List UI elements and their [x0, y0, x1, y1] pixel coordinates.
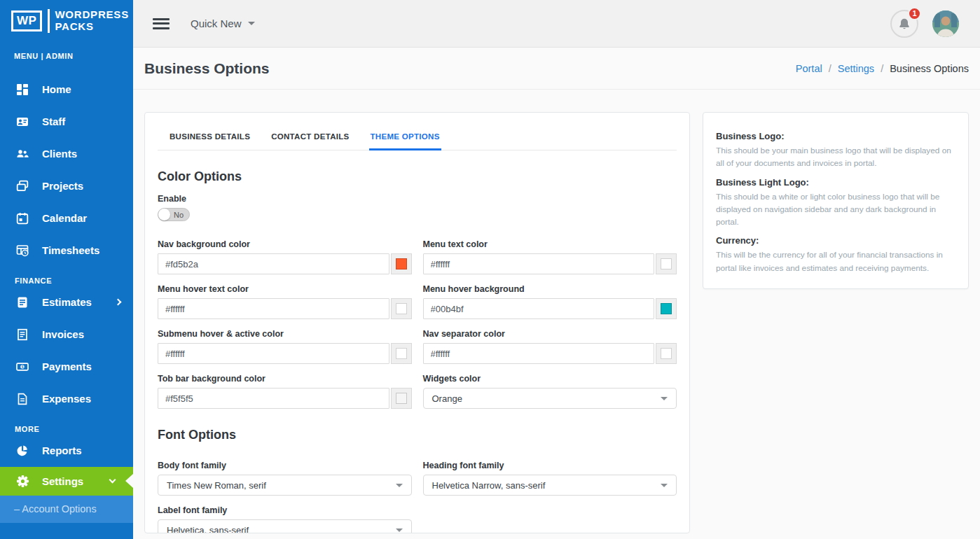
enable-toggle[interactable]: No [158, 208, 190, 221]
caret-down-icon [661, 484, 668, 487]
widgets-color-select[interactable]: Orange [423, 388, 677, 409]
field-body-font-family: Body font family Times New Roman, serif [158, 451, 412, 496]
tab-contact-details[interactable]: CONTACT DETAILS [270, 128, 350, 150]
sidebar-item-expenses[interactable]: Expenses [0, 383, 133, 415]
sidebar-item-timesheets[interactable]: Timesheets [0, 234, 133, 267]
nav-separator-color-input[interactable] [423, 343, 655, 364]
more-section-header: MORE [0, 415, 133, 435]
color-swatch [396, 393, 407, 404]
calendar-icon [15, 212, 29, 225]
sidebar-item-reports[interactable]: Reports [0, 435, 133, 467]
field-label: Menu hover background [423, 284, 677, 294]
hamburger-menu-icon[interactable] [153, 15, 170, 31]
sidebar-item-clients[interactable]: Clients [0, 138, 133, 170]
menu-text-color-input[interactable] [423, 253, 655, 274]
field-nav-separator-color: Nav separator color [423, 319, 677, 364]
help-text: This should be your main business logo t… [716, 144, 955, 170]
business-options-card: BUSINESS DETAILS CONTACT DETAILS THEME O… [144, 112, 690, 533]
reports-icon [15, 444, 29, 457]
enable-label: Enable [158, 194, 677, 204]
breadcrumb-separator: / [881, 63, 883, 74]
sidebar-item-settings[interactable]: Settings [0, 467, 133, 496]
color-picker-addon[interactable] [391, 388, 412, 409]
selected-value: Helvetica Narrow, sans-serif [432, 480, 546, 491]
color-picker-addon[interactable] [656, 298, 677, 319]
sidebar: WP WORDPRESS PACKS MENU | ADMIN Home Sta… [0, 0, 133, 539]
folders-icon [15, 180, 29, 192]
help-section-business-light-logo: Business Light Logo: This should be a wh… [716, 177, 955, 229]
sidebar-item-label: Projects [42, 180, 83, 192]
field-label: Submenu hover & active color [158, 329, 412, 339]
brand-logo: WP WORDPRESS PACKS [0, 0, 133, 40]
app: WP WORDPRESS PACKS MENU | ADMIN Home Sta… [0, 0, 980, 539]
sidebar-item-calendar[interactable]: Calendar [0, 202, 133, 234]
main-area: Quick New 1 Business Options Portal / Se… [133, 0, 980, 539]
breadcrumb-current: Business Options [890, 63, 969, 74]
field-label: Nav background color [158, 239, 412, 249]
quick-new-label: Quick New [191, 18, 242, 29]
sidebar-item-invoices[interactable]: Invoices [0, 318, 133, 351]
page-header: Business Options Portal / Settings / Bus… [133, 48, 980, 90]
help-title: Business Light Logo: [716, 177, 955, 188]
top-bar-background-color-input[interactable] [158, 388, 389, 409]
invoice-doc-icon [15, 328, 29, 341]
nav-background-color-input[interactable] [158, 253, 389, 274]
font-fields-grid: Body font family Times New Roman, serif … [158, 451, 677, 533]
heading-font-family-select[interactable]: Helvetica Narrow, sans-serif [423, 475, 677, 496]
sidebar-item-label: Reports [42, 444, 82, 456]
sidebar-item-estimates[interactable]: Estimates [0, 286, 133, 318]
field-label: Menu hover text color [158, 284, 412, 294]
notifications-button[interactable]: 1 [890, 10, 918, 38]
help-panel: Business Logo: This should be your main … [703, 112, 969, 289]
color-swatch [661, 303, 672, 314]
field-label: Menu text color [423, 239, 677, 249]
menu-hover-text-color-input[interactable] [158, 298, 389, 319]
color-picker-addon[interactable] [391, 343, 412, 364]
submenu-hover-active-color-input[interactable] [158, 343, 389, 364]
sidebar-item-home[interactable]: Home [0, 74, 133, 106]
color-picker-addon[interactable] [391, 298, 412, 319]
breadcrumb-portal-link[interactable]: Portal [796, 63, 822, 74]
field-label: Tob bar background color [158, 374, 412, 384]
help-text: This will be the currency for all of you… [716, 248, 955, 274]
sidebar-subitem-account-options[interactable]: – Account Options [0, 496, 133, 523]
user-avatar[interactable] [932, 10, 959, 37]
color-fields-grid: Nav background color Menu text color [158, 230, 677, 409]
breadcrumb-separator: / [829, 63, 831, 74]
menu-hover-background-input[interactable] [423, 298, 655, 319]
sidebar-item-label: Calendar [42, 212, 87, 224]
page-title: Business Options [144, 60, 270, 77]
gear-icon [15, 475, 29, 488]
field-nav-background-color: Nav background color [158, 230, 412, 274]
selected-value: Helvetica, sans-serif [167, 525, 249, 534]
sidebar-item-label: Clients [42, 148, 77, 160]
sidebar-item-projects[interactable]: Projects [0, 170, 133, 202]
selected-value: Orange [432, 393, 462, 404]
color-picker-addon[interactable] [656, 253, 677, 274]
chevron-right-icon [115, 299, 122, 306]
quick-new-dropdown[interactable]: Quick New [191, 18, 255, 29]
topbar-right: 1 [890, 10, 959, 38]
breadcrumb-settings-link[interactable]: Settings [838, 63, 874, 74]
color-options-heading: Color Options [158, 169, 677, 184]
body-font-family-select[interactable]: Times New Roman, serif [158, 475, 412, 496]
sidebar-item-payments[interactable]: $ Payments [0, 351, 133, 383]
field-menu-text-color: Menu text color [423, 230, 677, 274]
id-badge-icon [15, 115, 29, 128]
help-section-business-logo: Business Logo: This should be your main … [716, 131, 955, 170]
color-picker-addon[interactable] [656, 343, 677, 364]
tab-business-details[interactable]: BUSINESS DETAILS [168, 128, 251, 150]
field-widgets-color: Widgets color Orange [423, 364, 677, 409]
field-label: Label font family [158, 505, 412, 515]
font-options-heading: Font Options [158, 428, 677, 442]
label-font-family-select[interactable]: Helvetica, sans-serif [158, 519, 412, 533]
sidebar-item-staff[interactable]: Staff [0, 106, 133, 138]
field-label: Body font family [158, 461, 412, 470]
sidebar-item-label: Payments [42, 360, 92, 372]
caret-down-icon [396, 528, 403, 532]
brand-line1: WORDPRESS [55, 8, 129, 20]
menu-admin-header: MENU | ADMIN [0, 40, 133, 62]
tab-theme-options[interactable]: THEME OPTIONS [369, 128, 441, 150]
sidebar-item-label: Invoices [42, 328, 84, 340]
color-picker-addon[interactable] [391, 253, 412, 274]
